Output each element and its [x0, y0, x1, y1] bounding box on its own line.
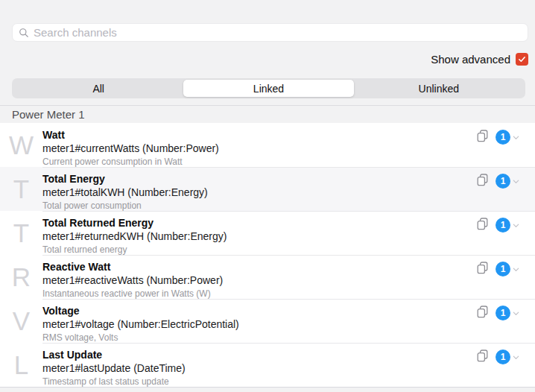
link-count-badge[interactable]: 1 — [496, 306, 510, 320]
search-icon — [19, 28, 29, 38]
chevron-down-icon[interactable] — [512, 350, 520, 361]
channel-info: Voltage meter1#voltage (Number:ElectricP… — [42, 299, 477, 343]
channel-letter-icon: T — [0, 167, 42, 211]
channel-row[interactable]: T Total Returned Energy meter1#returnedK… — [0, 211, 535, 255]
channel-actions: 1 — [477, 123, 535, 167]
channel-description: Current power consumption in Watt — [42, 157, 477, 167]
tab-linked[interactable]: Linked — [183, 80, 353, 97]
copy-icon[interactable] — [477, 306, 488, 318]
channel-actions: 1 — [477, 255, 535, 299]
search-input[interactable] — [34, 26, 522, 39]
checkmark-icon — [518, 55, 526, 63]
search-bar[interactable] — [12, 23, 528, 42]
channel-row[interactable]: W Watt meter1#currentWatts (Number:Power… — [0, 123, 535, 167]
channel-id: meter1#voltage (Number:ElectricPotential… — [42, 318, 477, 330]
tab-unlinked[interactable]: Unlinked — [354, 80, 524, 97]
channel-link-panel: { "search": { "placeholder": "Search cha… — [0, 0, 535, 392]
show-advanced-checkbox[interactable] — [516, 53, 528, 66]
channel-id: meter1#totalKWH (Number:Energy) — [42, 186, 477, 198]
channel-row[interactable]: L Last Update meter1#lastUpdate (DateTim… — [0, 343, 535, 387]
filter-segmented-control: All Linked Unlinked — [12, 78, 525, 98]
chevron-down-icon[interactable] — [512, 218, 520, 230]
link-count-badge[interactable]: 1 — [496, 262, 510, 276]
channel-info: Reactive Watt meter1#reactiveWatts (Numb… — [42, 255, 477, 299]
channel-actions: 1 — [477, 299, 535, 343]
chevron-down-icon[interactable] — [512, 306, 520, 317]
link-count-badge[interactable]: 1 — [496, 130, 510, 145]
channel-letter-icon: V — [0, 299, 42, 343]
channel-id: meter1#currentWatts (Number:Power) — [42, 142, 477, 154]
chevron-down-icon[interactable] — [512, 174, 520, 186]
channel-description: RMS voltage, Volts — [42, 333, 477, 343]
channel-id: meter1#reactiveWatts (Number:Power) — [42, 274, 477, 286]
tab-all[interactable]: All — [13, 80, 183, 97]
channel-title: Total Energy — [42, 173, 477, 185]
section-header-power-meter-1: Power Meter 1 — [0, 105, 535, 122]
channel-info: Last Update meter1#lastUpdate (DateTime)… — [42, 343, 477, 387]
channel-title: Last Update — [42, 349, 477, 361]
channel-letter-icon: R — [0, 255, 42, 299]
copy-icon[interactable] — [477, 262, 488, 274]
link-count-badge[interactable]: 1 — [496, 350, 510, 364]
channel-description: Total power consumption — [42, 201, 477, 211]
channel-description: Timestamp of last status update — [42, 377, 477, 387]
show-advanced-control: Show advanced — [431, 52, 528, 66]
channel-title: Total Returned Energy — [42, 217, 477, 229]
channel-description: Instantaneous reactive power in Watts (W… — [42, 289, 477, 299]
channel-row[interactable]: R Reactive Watt meter1#reactiveWatts (Nu… — [0, 255, 535, 299]
show-advanced-label: Show advanced — [431, 53, 510, 66]
link-count-badge[interactable]: 1 — [496, 174, 510, 189]
channel-letter-icon: L — [0, 343, 42, 387]
channel-info: Watt meter1#currentWatts (Number:Power) … — [42, 123, 477, 167]
channel-actions: 1 — [477, 343, 535, 387]
channel-id: meter1#returnedKWH (Number:Energy) — [42, 230, 477, 242]
link-count-badge[interactable]: 1 — [496, 218, 510, 233]
channel-row[interactable]: V Voltage meter1#voltage (Number:Electri… — [0, 299, 535, 343]
copy-icon[interactable] — [477, 174, 488, 186]
copy-icon[interactable] — [477, 350, 488, 362]
channel-actions: 1 — [477, 167, 535, 211]
channel-title: Reactive Watt — [42, 261, 477, 273]
channel-title: Voltage — [42, 305, 477, 317]
chevron-down-icon[interactable] — [512, 130, 520, 142]
channel-letter-icon: T — [0, 211, 42, 255]
channel-letter-icon: W — [0, 123, 42, 167]
chevron-down-icon[interactable] — [512, 262, 520, 274]
channel-row[interactable]: T Total Energy meter1#totalKWH (Number:E… — [0, 167, 535, 211]
copy-icon[interactable] — [477, 218, 488, 230]
channel-actions: 1 — [477, 211, 535, 255]
channel-title: Watt — [42, 129, 477, 141]
channel-list: W Watt meter1#currentWatts (Number:Power… — [0, 123, 535, 388]
channel-info: Total Energy meter1#totalKWH (Number:Ene… — [42, 167, 477, 211]
channel-id: meter1#lastUpdate (DateTime) — [42, 362, 477, 374]
channel-description: Total returned energy — [42, 245, 477, 255]
copy-icon[interactable] — [477, 130, 488, 142]
channel-info: Total Returned Energy meter1#returnedKWH… — [42, 211, 477, 255]
section-title: Power Meter 1 — [12, 108, 85, 121]
